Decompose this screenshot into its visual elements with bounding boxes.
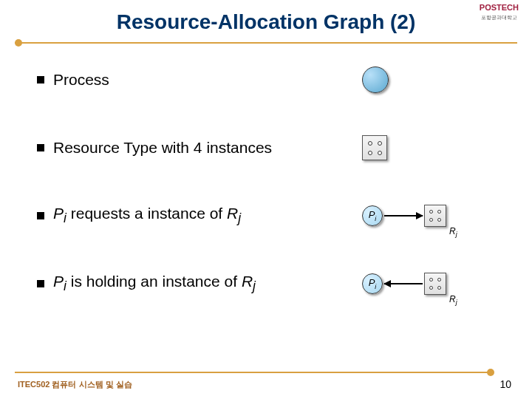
resource-node-icon <box>424 205 446 227</box>
course-code: ITEC502 컴퓨터 시스템 및 실습 <box>18 379 132 390</box>
bullet-row-process: Process <box>37 59 502 100</box>
logo-text: POSTECH <box>480 3 519 12</box>
request-edge-graphic: Pi Rj <box>362 195 502 236</box>
bullet-icon <box>37 76 44 83</box>
content-area: Process Resource Type with 4 instances P… <box>0 44 532 304</box>
resource-box-icon <box>362 135 387 160</box>
process-graphic <box>362 59 502 100</box>
bullet-row-resource-type: Resource Type with 4 instances <box>37 127 502 168</box>
footer-rule <box>15 371 491 374</box>
resource-label: Rj <box>449 294 457 306</box>
slide-title: Resource-Allocation Graph (2) <box>0 0 532 41</box>
arrow-right-icon <box>384 215 423 216</box>
bullet-icon <box>37 280 44 287</box>
bullet-text: Pi is holding an instance of Rj <box>53 273 362 294</box>
bullet-text: Resource Type with 4 instances <box>53 139 362 157</box>
resource-graphic <box>362 127 502 168</box>
bullet-row-holding: Pi is holding an instance of Rj Pi Rj <box>37 263 502 304</box>
bullet-text: Process <box>53 71 362 89</box>
arrow-left-icon <box>384 283 423 284</box>
process-node-icon: Pi <box>362 205 383 226</box>
assignment-edge-graphic: Pi Rj <box>362 263 502 304</box>
logo: POSTECH 포항공과대학교 <box>480 3 519 21</box>
bullet-row-request: Pi requests a instance of Rj Pi Rj <box>37 195 502 236</box>
logo-subtitle: 포항공과대학교 <box>481 15 517 20</box>
process-circle-icon <box>362 66 389 93</box>
resource-label: Rj <box>449 226 457 238</box>
bullet-icon <box>37 144 44 151</box>
process-node-icon: Pi <box>362 273 383 294</box>
bullet-icon <box>37 212 44 219</box>
resource-node-icon <box>424 273 446 295</box>
bullet-text: Pi requests a instance of Rj <box>53 205 362 226</box>
page-number: 10 <box>499 378 511 390</box>
